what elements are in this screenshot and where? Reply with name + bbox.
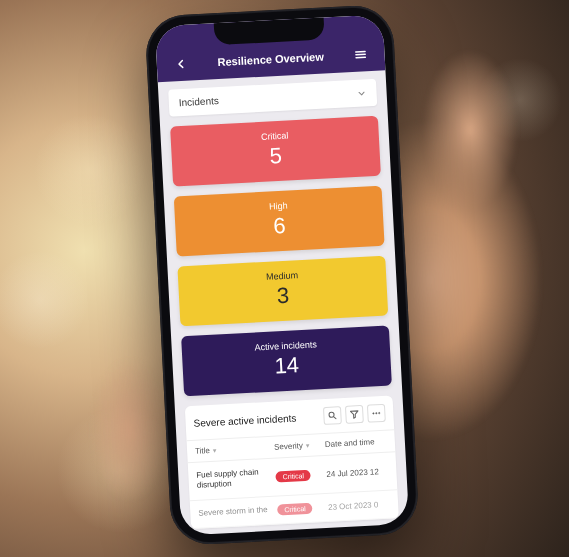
svg-point-7 (373, 413, 375, 415)
row-title: Severe storm in the (198, 505, 277, 520)
incidents-dropdown[interactable]: Incidents (168, 79, 377, 117)
back-icon[interactable] (170, 53, 191, 74)
severity-badge: Critical (277, 503, 313, 516)
column-header-date[interactable]: Date and time (325, 437, 388, 449)
svg-point-8 (376, 412, 378, 414)
tile-active-incidents[interactable]: Active incidents 14 (181, 325, 392, 396)
svg-point-9 (378, 412, 380, 414)
content-area: Incidents Critical 5 High 6 Medium 3 Act… (158, 70, 409, 535)
page-title: Resilience Overview (217, 51, 324, 69)
tile-high[interactable]: High 6 (174, 186, 385, 257)
tile-critical[interactable]: Critical 5 (170, 116, 381, 187)
dropdown-label: Incidents (179, 95, 220, 108)
svg-marker-6 (350, 411, 358, 418)
row-severity: Critical (275, 469, 326, 483)
tile-medium[interactable]: Medium 3 (177, 256, 388, 327)
column-header-title[interactable]: Title ▾ (195, 443, 274, 456)
more-button[interactable] (367, 404, 386, 423)
row-date: 23 Oct 2023 0 (328, 499, 391, 511)
row-title: Fuel supply chain disruption (196, 467, 276, 492)
filter-button[interactable] (345, 405, 364, 424)
phone-device: Resilience Overview Incidents Critical 5… (144, 4, 419, 546)
sort-icon: ▾ (213, 446, 217, 454)
chevron-down-icon (356, 88, 367, 99)
sort-icon: ▾ (306, 441, 310, 449)
svg-line-5 (334, 416, 336, 418)
phone-screen: Resilience Overview Incidents Critical 5… (155, 14, 409, 535)
search-button[interactable] (323, 406, 342, 425)
row-date: 24 Jul 2023 12 (326, 467, 389, 479)
incidents-list-card: Severe active incidents (185, 395, 399, 528)
list-heading: Severe active incidents (193, 412, 296, 428)
severity-badge: Critical (275, 470, 311, 483)
row-severity: Critical (277, 502, 328, 516)
menu-icon[interactable] (350, 44, 371, 65)
column-header-severity[interactable]: Severity ▾ (274, 440, 325, 452)
